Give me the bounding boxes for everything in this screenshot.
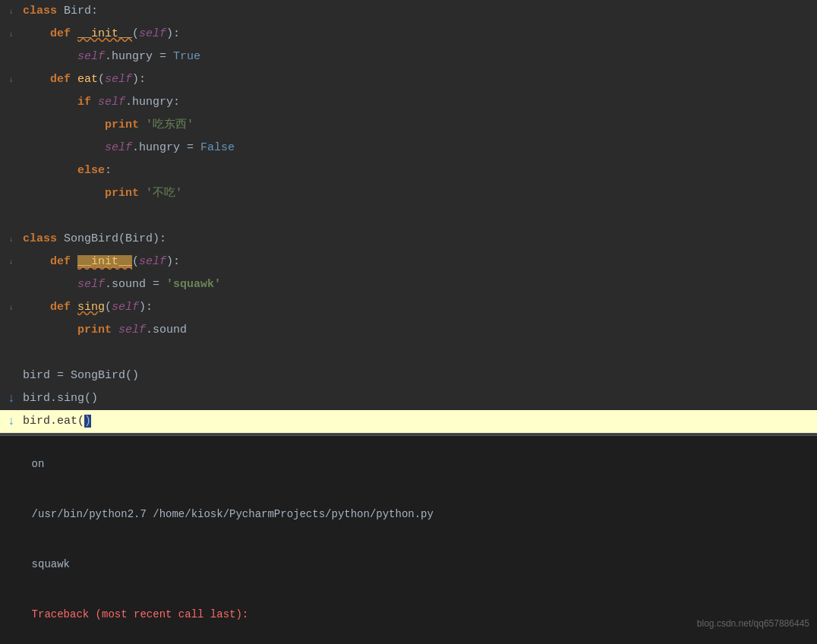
line-content-4: def eat(self):	[23, 68, 817, 91]
gutter-14: ↓	[0, 296, 23, 319]
code-line-8: else:	[0, 159, 817, 182]
code-editor: ↓ class Bird: ↓ def __init__(self): self…	[0, 0, 817, 433]
console-squawk: squawk	[6, 539, 811, 589]
code-line-9: print '不吃'	[0, 182, 817, 205]
line-content-8: else:	[23, 159, 817, 182]
line-content-12: def __init__(self):	[23, 251, 817, 273]
line-content-10	[23, 205, 817, 228]
code-line-16	[0, 342, 817, 365]
line-content-2: def __init__(self):	[23, 23, 817, 46]
code-line-5: if self.hungry:	[0, 91, 817, 114]
code-line-18: ↓ bird.sing()	[0, 387, 817, 410]
code-line-1: ↓ class Bird:	[0, 0, 817, 23]
code-line-2: ↓ def __init__(self):	[0, 23, 817, 46]
code-line-19: ↓ bird.eat()	[0, 410, 817, 433]
gutter-12: ↓	[0, 251, 23, 273]
gutter-15	[0, 319, 23, 342]
fold-arrow-1[interactable]: ↓	[9, 8, 14, 16]
gutter-6	[0, 114, 23, 137]
line-content-13: self.sound = 'squawk'	[23, 273, 817, 296]
gutter-5	[0, 91, 23, 114]
line-content-5: if self.hungry:	[23, 91, 817, 114]
gutter-19: ↓	[0, 410, 23, 433]
gutter-2: ↓	[0, 23, 23, 46]
debug-arrow-18: ↓	[8, 392, 15, 406]
code-line-15: print self.sound	[0, 319, 817, 342]
gutter-11: ↓	[0, 228, 23, 251]
gutter-13	[0, 273, 23, 296]
line-content-16	[23, 342, 817, 365]
line-content-17: bird = SongBird()	[23, 365, 817, 387]
code-line-4: ↓ def eat(self):	[0, 68, 817, 91]
console-output-panel: on /usr/bin/python2.7 /home/kiosk/Pychar…	[0, 436, 817, 644]
gutter-7	[0, 137, 23, 159]
fold-arrow-12[interactable]: ↓	[9, 258, 14, 267]
code-line-6: print '吃东西'	[0, 114, 817, 137]
gutter-9	[0, 182, 23, 205]
code-line-11: ↓ class SongBird(Bird):	[0, 228, 817, 251]
watermark: blog.csdn.net/qq657886445	[697, 618, 809, 629]
console-traceback-header: Traceback (most recent call last):	[6, 589, 811, 639]
gutter-4: ↓	[0, 68, 23, 91]
line-content-15: print self.sound	[23, 319, 817, 342]
line-content-14: def sing(self):	[23, 296, 817, 319]
line-content-18: bird.sing()	[23, 387, 817, 410]
line-content-1: class Bird:	[23, 0, 817, 23]
code-line-10	[0, 205, 817, 228]
fold-arrow-4[interactable]: ↓	[9, 76, 14, 84]
code-line-12: ↓ def __init__(self):	[0, 251, 817, 273]
code-line-17: bird = SongBird()	[0, 365, 817, 387]
gutter-10	[0, 205, 23, 228]
line-content-11: class SongBird(Bird):	[23, 228, 817, 251]
line-content-6: print '吃东西'	[23, 114, 817, 137]
gutter-3	[0, 46, 23, 68]
console-cmd-line: on	[6, 439, 811, 489]
line-content-9: print '不吃'	[23, 182, 817, 205]
console-status: on	[32, 458, 45, 470]
gutter-8	[0, 159, 23, 182]
console-file1: File "/home/kiosk/PycharmProjects/python…	[6, 639, 811, 644]
code-line-7: self.hungry = False	[0, 137, 817, 159]
fold-arrow-14[interactable]: ↓	[9, 304, 14, 312]
gutter-1: ↓	[0, 0, 23, 23]
fold-arrow-11[interactable]: ↓	[9, 235, 14, 244]
code-line-3: self.hungry = True	[0, 46, 817, 68]
gutter-18: ↓	[0, 387, 23, 410]
console-python-cmd: /usr/bin/python2.7 /home/kiosk/PycharmPr…	[6, 489, 811, 539]
code-line-14: ↓ def sing(self):	[0, 296, 817, 319]
line-content-19: bird.eat()	[23, 410, 817, 433]
code-line-13: self.sound = 'squawk'	[0, 273, 817, 296]
gutter-16	[0, 342, 23, 365]
line-content-7: self.hungry = False	[23, 137, 817, 159]
gutter-17	[0, 365, 23, 387]
debug-arrow-19: ↓	[8, 415, 15, 428]
fold-arrow-2[interactable]: ↓	[9, 30, 14, 39]
line-content-3: self.hungry = True	[23, 46, 817, 68]
